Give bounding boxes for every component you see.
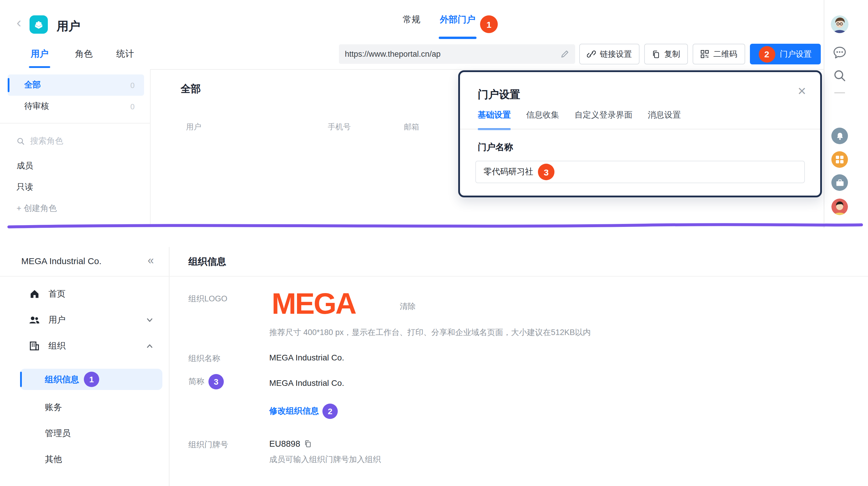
search-toolbar-icon[interactable] xyxy=(833,68,847,83)
org-name-label: 组织名称 xyxy=(188,353,220,364)
briefcase-icon[interactable] xyxy=(831,174,848,191)
collapse-dash-icon[interactable] xyxy=(834,92,845,93)
annotation-badge-1-red: 1 xyxy=(480,16,498,33)
page-title: 用户 xyxy=(57,18,80,34)
edit-org-info-link[interactable]: 修改组织信息 2 xyxy=(269,404,338,419)
portal-url-input[interactable] xyxy=(339,44,575,64)
building-icon xyxy=(29,341,39,351)
portal-settings-label: 门户设置 xyxy=(780,49,812,59)
annotation-badge-2-red: 2 xyxy=(758,46,775,62)
sidebar-item-organization[interactable]: 组织 xyxy=(0,333,169,359)
org-short-name-label: 简称 xyxy=(188,376,204,387)
org-door-hint: 成员可输入组织门牌号加入组织 xyxy=(269,454,381,465)
annotation-badge-3-purple: 3 xyxy=(209,374,224,390)
portal-settings-modal: 门户设置 × 基础设置 信息收集 自定义登录界面 消息设置 门户名称 零代码研习… xyxy=(458,70,822,197)
edit-org-info-label: 修改组织信息 xyxy=(269,406,319,417)
user-avatar[interactable] xyxy=(831,16,848,33)
portal-name-input[interactable]: 零代码研习社 3 xyxy=(475,161,805,183)
modal-tab-collect[interactable]: 信息收集 xyxy=(526,110,559,130)
app-icon xyxy=(30,16,48,34)
modal-tab-login[interactable]: 自定义登录界面 xyxy=(575,110,632,130)
org-logo-label: 组织LOGO xyxy=(188,294,227,304)
annotation-badge-3-red: 3 xyxy=(538,164,554,180)
close-icon[interactable]: × xyxy=(798,84,806,98)
left-panel: 全部 0 待审核 0 搜索角色 成员 只读 + 创建角色 xyxy=(0,69,151,224)
sidebar-item-other[interactable]: 其他 xyxy=(0,446,169,472)
edit-pencil-icon[interactable] xyxy=(560,50,569,58)
sidebar-item-org-info[interactable]: 组织信息 1 xyxy=(20,369,162,390)
qr-code-button[interactable]: 二维码 xyxy=(693,44,745,64)
org-door-row: EU8898 xyxy=(269,439,312,449)
sidebar-item-users[interactable]: 用户 xyxy=(0,307,169,333)
modal-tab-message[interactable]: 消息设置 xyxy=(648,110,681,130)
search-icon xyxy=(17,137,25,145)
sidebar-item-home[interactable]: 首页 xyxy=(0,281,169,307)
tab-stats[interactable]: 统计 xyxy=(116,39,134,69)
copy-door-icon[interactable] xyxy=(304,439,312,448)
org-sidebar-menu: 首页 用户 组织 xyxy=(0,281,169,359)
column-email: 邮箱 xyxy=(404,122,419,132)
users-icon xyxy=(29,315,39,325)
modal-title: 门户设置 xyxy=(478,87,520,102)
org-door-label: 组织门牌号 xyxy=(188,439,228,450)
back-chevron-icon[interactable]: ‹ xyxy=(17,16,21,30)
filter-pending-label: 待审核 xyxy=(24,101,49,112)
role-search-placeholder: 搜索角色 xyxy=(30,136,63,146)
org-short-name-value: MEGA Industrial Co. xyxy=(269,378,344,388)
portal-settings-button[interactable]: 2 门户设置 xyxy=(750,44,820,64)
purple-divider xyxy=(7,222,863,229)
page: ‹ 用户 常规 外部门户 1 用户 角色 统计 链接设置 xyxy=(0,0,868,486)
org-name-value: MEGA Industrial Co. xyxy=(269,353,344,362)
sidebar-item-admin[interactable]: 管理员 xyxy=(0,420,169,446)
sidebar-item-users-label: 用户 xyxy=(49,314,66,325)
filter-all-label: 全部 xyxy=(24,80,41,90)
portal-name-label: 门户名称 xyxy=(478,142,513,153)
sidebar-item-finance[interactable]: 账务 xyxy=(0,394,169,420)
sidebar-divider xyxy=(169,247,169,486)
sidebar-collapse-icon[interactable]: « xyxy=(148,254,154,267)
toolbar-divider xyxy=(824,0,824,228)
tab-roles[interactable]: 角色 xyxy=(75,39,93,69)
org-short-name-row: 简称 3 xyxy=(188,374,224,390)
link-icon xyxy=(587,50,596,58)
copy-icon xyxy=(652,50,660,58)
portal-url-value[interactable] xyxy=(345,50,560,58)
copy-button[interactable]: 复制 xyxy=(644,44,688,64)
notifications-bell-icon[interactable] xyxy=(831,127,848,144)
column-user: 用户 xyxy=(186,122,202,132)
sidebar-item-organization-label: 组织 xyxy=(49,340,66,351)
create-role-button[interactable]: + 创建角色 xyxy=(0,198,150,219)
link-settings-button[interactable]: 链接设置 xyxy=(579,44,640,64)
apps-grid-icon[interactable] xyxy=(831,151,848,168)
divider xyxy=(460,129,820,130)
tab-users[interactable]: 用户 xyxy=(31,39,49,69)
role-search-input[interactable]: 搜索角色 xyxy=(0,132,150,151)
column-phone: 手机号 xyxy=(328,122,351,132)
clear-logo-link[interactable]: 清除 xyxy=(400,302,416,312)
divider xyxy=(0,123,150,123)
tab-external-portal[interactable]: 外部门户 xyxy=(440,0,475,39)
role-member[interactable]: 成员 xyxy=(0,155,150,177)
action-buttons: 链接设置 复制 二维码 2 门户设置 xyxy=(579,44,820,64)
member-avatar[interactable] xyxy=(831,199,848,215)
sidebar-item-home-label: 首页 xyxy=(49,288,66,299)
org-sidebar-submenu: 账务 管理员 其他 xyxy=(0,394,169,472)
logo-hint: 推荐尺寸 400*180 px，显示在工作台、打印、分享和企业域名页面，大小建议… xyxy=(269,327,591,338)
chat-icon[interactable] xyxy=(832,45,847,60)
qr-icon xyxy=(700,50,709,58)
copy-label: 复制 xyxy=(664,49,680,59)
link-settings-label: 链接设置 xyxy=(600,49,632,59)
divider xyxy=(0,276,868,277)
tab-regular[interactable]: 常规 xyxy=(403,0,421,39)
sidebar-item-org-info-label: 组织信息 xyxy=(45,374,79,385)
annotation-badge-2-purple: 2 xyxy=(322,404,338,419)
role-readonly[interactable]: 只读 xyxy=(0,177,150,198)
filter-all[interactable]: 全部 0 xyxy=(8,75,144,96)
tab-external-portal-label: 外部门户 xyxy=(440,14,475,25)
chevron-up-icon xyxy=(146,342,154,349)
filter-pending[interactable]: 待审核 0 xyxy=(8,96,144,117)
filter-pending-count: 0 xyxy=(130,102,135,111)
modal-tab-basic[interactable]: 基础设置 xyxy=(478,110,511,130)
table-title: 全部 xyxy=(181,82,201,96)
org-logo: MEGA xyxy=(272,286,355,321)
